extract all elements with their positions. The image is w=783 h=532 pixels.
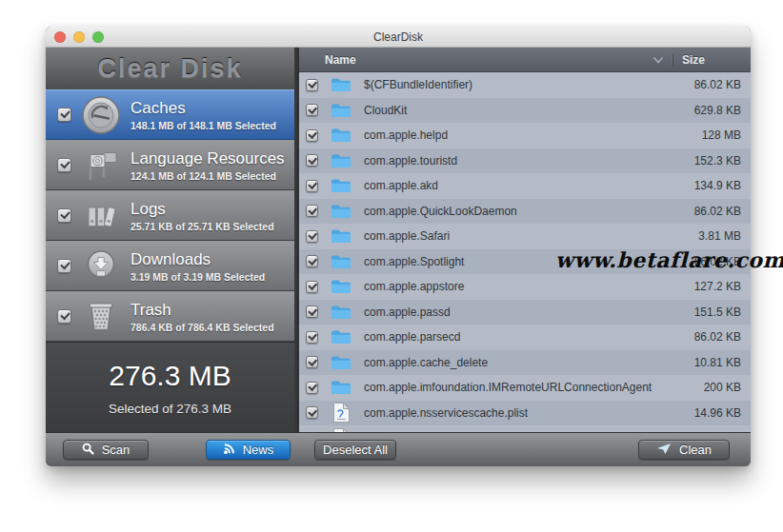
file-name: com.apple.nsservicescache.plist — [364, 406, 667, 420]
row-checkbox[interactable] — [306, 406, 318, 419]
sidebar-category-list: Caches148.1 MB of 148.1 MB SelectedLangu… — [46, 89, 294, 342]
sidebar-checkbox-downloads[interactable] — [57, 259, 71, 273]
row-checkbox[interactable] — [306, 180, 318, 192]
sidebar-item-label: Trash — [130, 301, 274, 320]
folder-icon — [331, 380, 351, 395]
file-name: com.apple.imfoundation.IMRemoteURLConnec… — [364, 381, 667, 394]
total-selected-panel: 276.3 MB Selected of 276.3 MB — [46, 342, 294, 432]
table-row[interactable]: CloudKit629.8 KB — [299, 98, 751, 124]
sidebar-item-text: Caches148.1 MB of 148.1 MB Selected — [130, 99, 276, 131]
scan-button[interactable]: Scan — [63, 440, 149, 460]
table-row[interactable]: com.apple.helpd128 MB — [299, 123, 751, 148]
sidebar-item-detail: 148.1 MB of 148.1 MB Selected — [130, 120, 276, 131]
folder-icon — [331, 254, 351, 269]
file-size: 14.96 KB — [667, 406, 751, 420]
table-row[interactable]: com.apple.appstore127.2 KB — [299, 274, 751, 300]
deselect-all-button[interactable]: Deselect All — [314, 440, 396, 460]
file-size: 127.2 KB — [667, 280, 751, 293]
row-checkbox[interactable] — [306, 129, 318, 142]
rss-icon — [223, 443, 235, 458]
row-checkbox[interactable] — [306, 382, 318, 394]
sidebar-checkbox-trash[interactable] — [57, 309, 71, 324]
sidebar-item-logs[interactable]: Logs25.71 KB of 25.71 KB Selected — [46, 190, 294, 241]
row-checkbox[interactable] — [306, 255, 318, 267]
sidebar-item-language-resources[interactable]: Language Resources124.1 MB of 124.1 MB S… — [46, 140, 294, 190]
file-size: 152.3 KB — [667, 154, 751, 167]
row-checkbox[interactable] — [306, 205, 318, 217]
gauge-icon — [79, 95, 123, 135]
row-checkbox[interactable] — [306, 356, 318, 368]
file-size: 10.81 KB — [667, 356, 751, 369]
scan-button-label: Scan — [102, 443, 130, 457]
table-row[interactable]: com.apple.passd151.5 KB — [299, 300, 751, 325]
sidebar-item-caches[interactable]: Caches148.1 MB of 148.1 MB Selected — [46, 89, 294, 140]
table-row[interactable]: com.apple.cache_delete10.81 KB — [299, 350, 751, 376]
file-name: com.apple.passd — [364, 305, 667, 319]
title-bar: ClearDisk — [46, 27, 751, 48]
table-row[interactable]: com.apple.nsservicescache.plist14.96 KB — [299, 401, 751, 426]
file-name: com.apple.touristd — [364, 154, 667, 167]
zoom-button[interactable] — [92, 31, 104, 43]
row-checkbox[interactable] — [306, 230, 318, 243]
column-header-size[interactable]: Size — [673, 53, 751, 67]
file-size: 86.02 KB — [667, 205, 751, 218]
file-size: 86.02 KB — [667, 78, 751, 91]
minimize-button[interactable] — [73, 31, 85, 43]
folder-icon — [331, 103, 351, 118]
table-row[interactable]: com.apple.imfoundation.IMRemoteURLConnec… — [299, 375, 751, 401]
news-button-label: News — [243, 443, 274, 457]
file-size: 86.02 KB — [667, 330, 751, 344]
sidebar-item-label: Caches — [130, 99, 276, 118]
folder-icon — [331, 77, 351, 92]
table-row[interactable]: com.apple.QuickLookDaemon86.02 KB — [299, 199, 751, 225]
sidebar: Clear Disk Caches148.1 MB of 148.1 MB Se… — [46, 48, 294, 432]
file-name: com.apple.QuickLookDaemon — [364, 205, 667, 218]
table-row[interactable]: com.apple.akd134.9 KB — [299, 173, 751, 199]
total-selected-caption: Selected of 276.3 MB — [109, 402, 231, 416]
table-row[interactable]: $(CFBundleIdentifier)86.02 KB — [299, 72, 751, 98]
sidebar-checkbox-language-resources[interactable] — [57, 158, 71, 172]
row-checkbox[interactable] — [306, 104, 318, 116]
row-checkbox[interactable] — [306, 305, 318, 318]
close-button[interactable] — [54, 31, 66, 43]
paper-plane-icon — [656, 443, 672, 458]
sidebar-checkbox-caches[interactable] — [57, 108, 71, 122]
sidebar-item-trash[interactable]: Trash786.4 KB of 786.4 KB Selected — [46, 291, 294, 342]
folder-icon — [331, 153, 351, 168]
clean-button[interactable]: Clean — [638, 440, 730, 460]
app-logo-title: Clear Disk — [46, 48, 294, 89]
sort-descending-icon[interactable] — [652, 56, 664, 64]
sidebar-item-label: Downloads — [130, 250, 265, 269]
binders-icon — [79, 197, 123, 235]
sidebar-item-detail: 3.19 MB of 3.19 MB Selected — [130, 271, 265, 283]
name-column-label: Name — [325, 53, 356, 67]
table-row[interactable]: com.apple.touristd152.3 KB — [299, 148, 751, 174]
news-button[interactable]: News — [206, 440, 291, 460]
total-selected-value: 276.3 MB — [109, 360, 231, 392]
sidebar-item-downloads[interactable]: Downloads3.19 MB of 3.19 MB Selected — [46, 241, 294, 291]
folder-icon — [331, 228, 351, 244]
folder-icon — [331, 355, 351, 370]
flags-icon — [79, 147, 123, 185]
file-name: com.apple.cache_delete — [364, 356, 667, 369]
table-row[interactable]: com.apple.Safari3.81 MB — [299, 224, 751, 249]
table-header: Name Size — [299, 48, 751, 72]
file-name: com.apple.Safari — [364, 229, 667, 243]
table-row[interactable] — [299, 425, 751, 432]
file-table: Name Size $(CFBundleIdentifier)86.02 KBC… — [299, 48, 751, 432]
app-window: ClearDisk Clear Disk Caches148.1 MB of 1… — [46, 27, 751, 466]
row-checkbox[interactable] — [306, 79, 318, 91]
column-header-name[interactable]: Name — [299, 53, 673, 67]
folder-icon — [331, 178, 351, 193]
sidebar-item-text: Logs25.71 KB of 25.71 KB Selected — [130, 200, 274, 232]
row-checkbox[interactable] — [306, 281, 318, 293]
table-row[interactable]: com.apple.parsecd86.02 KB — [299, 325, 751, 350]
sidebar-checkbox-logs[interactable] — [57, 208, 71, 223]
sidebar-item-label: Logs — [130, 200, 274, 219]
clean-button-label: Clean — [679, 443, 712, 457]
file-name: com.apple.akd — [364, 179, 667, 192]
row-checkbox[interactable] — [306, 331, 318, 344]
magnifier-icon — [82, 443, 94, 458]
row-checkbox[interactable] — [306, 154, 318, 167]
folder-icon — [331, 204, 351, 219]
